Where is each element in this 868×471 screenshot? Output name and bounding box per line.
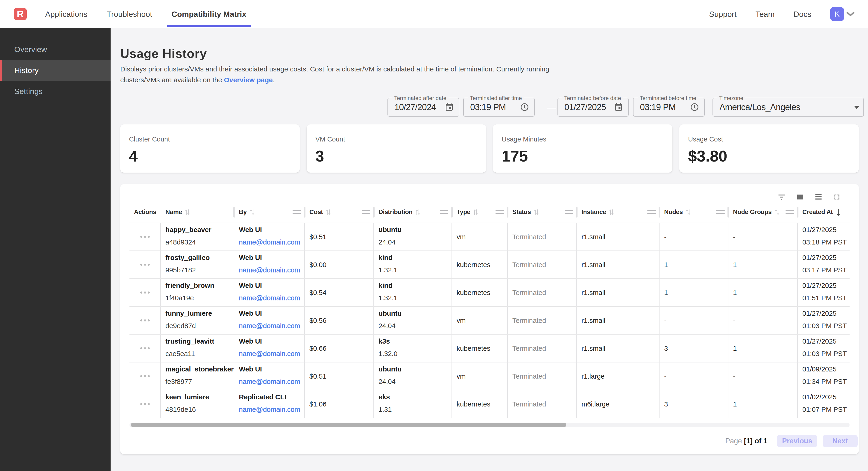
column-resize-handle[interactable] [496, 210, 504, 214]
table-row[interactable]: happy_beavera48d9324 Web UIname@domain.c… [129, 223, 849, 251]
row-menu-icon[interactable] [140, 375, 150, 377]
sort-icon[interactable] [326, 208, 331, 216]
column-resize-handle[interactable] [565, 210, 573, 214]
column-separator[interactable] [659, 207, 660, 217]
cell-distribution: eks1.31 [374, 390, 452, 418]
row-menu-icon[interactable] [140, 292, 150, 294]
column-header-nodes[interactable]: Nodes [659, 202, 728, 223]
column-header-name[interactable]: Name [161, 202, 234, 223]
column-separator[interactable] [304, 207, 306, 217]
overview-page-link[interactable]: Overview page [224, 76, 273, 84]
cluster-name: magical_stonebraker [165, 364, 234, 374]
column-header-by[interactable]: By [234, 202, 305, 223]
table-row[interactable]: friendly_brown1f40a19e Web UIname@domain… [129, 279, 849, 307]
column-resize-handle[interactable] [716, 210, 725, 214]
filter-timezone[interactable]: Timezone America/Los_Angeles [713, 98, 864, 117]
column-separator[interactable] [234, 207, 235, 217]
user-menu[interactable]: K [830, 7, 855, 21]
column-resize-handle[interactable] [647, 210, 656, 214]
column-header-type[interactable]: Type [452, 202, 508, 223]
calendar-icon-button[interactable] [444, 102, 454, 112]
nav-tab-troubleshoot[interactable]: Troubleshoot [102, 0, 157, 28]
row-menu-icon[interactable] [140, 236, 150, 238]
filter-terminated-before-time[interactable]: Terminated before time 03:19 PM [633, 98, 705, 117]
column-header-created-at[interactable]: Created At [798, 202, 849, 223]
column-header-instance[interactable]: Instance [577, 202, 659, 223]
sort-icon[interactable] [249, 208, 254, 216]
cell-nodes: 1 [659, 279, 728, 306]
column-separator[interactable] [797, 207, 799, 217]
column-header-cost[interactable]: Cost [305, 202, 374, 223]
scrollbar-thumb[interactable] [131, 422, 566, 427]
table-row[interactable]: frosty_galileo995b7182 Web UIname@domain… [129, 251, 849, 279]
sort-icon[interactable] [774, 208, 779, 216]
created-by-email[interactable]: name@domain.com [239, 349, 304, 358]
created-by-email[interactable]: name@domain.com [239, 237, 304, 247]
fullscreen-icon[interactable] [833, 193, 841, 201]
avatar[interactable]: K [830, 7, 844, 21]
column-separator[interactable] [451, 207, 453, 217]
column-separator[interactable] [727, 207, 729, 217]
calendar-icon-button[interactable] [614, 102, 623, 112]
filter-value[interactable]: 10/27/2024 [394, 102, 436, 112]
row-menu-icon[interactable] [140, 403, 150, 405]
columns-icon[interactable] [796, 193, 804, 201]
filter-value[interactable]: America/Los_Angeles [719, 102, 800, 112]
table-row[interactable]: magical_stonebrakerfe3f8977 Web UIname@d… [129, 362, 849, 390]
sidebar-item-settings[interactable]: Settings [0, 81, 111, 102]
sidebar-item-history[interactable]: History [0, 60, 111, 81]
table-row[interactable]: keen_lumiere4819de16 Replicated CLIname@… [129, 390, 849, 418]
created-by-email[interactable]: name@domain.com [239, 321, 304, 331]
filter-value[interactable]: 03:19 PM [640, 102, 676, 112]
clock-icon-button[interactable] [690, 102, 699, 112]
table-row[interactable]: trusting_leavittcae5ea11 Web UIname@doma… [129, 334, 849, 362]
clock-icon-button[interactable] [520, 102, 529, 112]
nav-link-docs[interactable]: Docs [794, 10, 811, 19]
sort-icon[interactable] [534, 208, 539, 216]
sort-icon[interactable] [609, 208, 614, 216]
sidebar-item-overview[interactable]: Overview [0, 39, 111, 60]
sort-desc-icon[interactable] [836, 208, 841, 216]
sort-icon[interactable] [415, 208, 421, 216]
horizontal-scrollbar[interactable] [129, 422, 849, 427]
row-menu-icon[interactable] [140, 319, 150, 321]
column-separator[interactable] [576, 207, 578, 217]
created-by-email[interactable]: name@domain.com [239, 265, 304, 275]
created-date: 01/27/2025 [802, 253, 849, 262]
row-menu-icon[interactable] [140, 347, 150, 349]
replicated-logo[interactable]: R [14, 8, 27, 20]
filter-terminated-after-time[interactable]: Terminated after time 03:19 PM [463, 98, 535, 117]
density-icon[interactable] [814, 193, 823, 201]
column-header-actions[interactable]: Actions [129, 202, 161, 223]
column-resize-handle[interactable] [440, 210, 448, 214]
next-page-button[interactable]: Next [823, 435, 858, 447]
created-by-email[interactable]: name@domain.com [239, 405, 304, 414]
row-menu-icon[interactable] [140, 264, 150, 266]
column-separator[interactable] [373, 207, 375, 217]
sort-icon[interactable] [686, 208, 691, 216]
column-header-distribution[interactable]: Distribution [374, 202, 452, 223]
column-resize-handle[interactable] [785, 210, 794, 214]
sort-icon[interactable] [185, 208, 190, 216]
column-separator[interactable] [507, 207, 508, 217]
filter-value[interactable]: 03:19 PM [470, 102, 506, 112]
sort-icon[interactable] [473, 208, 478, 216]
cell-actions [129, 334, 161, 362]
filter-value[interactable]: 01/27/2025 [564, 102, 606, 112]
filter-terminated-after-date[interactable]: Terminated after date 10/27/2024 [388, 98, 459, 117]
column-header-node-groups[interactable]: Node Groups [728, 202, 798, 223]
nav-tab-compatibility-matrix[interactable]: Compatibility Matrix [167, 0, 251, 28]
filter-icon[interactable] [777, 193, 786, 201]
filter-terminated-before-date[interactable]: Terminated before date 01/27/2025 [557, 98, 629, 117]
nav-tab-applications[interactable]: Applications [40, 0, 92, 28]
cell-actions [129, 251, 161, 278]
created-by-email[interactable]: name@domain.com [239, 293, 304, 303]
nav-link-team[interactable]: Team [755, 10, 774, 19]
previous-page-button[interactable]: Previous [777, 435, 817, 447]
column-header-status[interactable]: Status [508, 202, 577, 223]
table-row[interactable]: funny_lumierede9ed87d Web UIname@domain.… [129, 307, 849, 334]
created-by-email[interactable]: name@domain.com [239, 377, 304, 386]
nav-link-support[interactable]: Support [709, 10, 737, 19]
column-resize-handle[interactable] [362, 210, 370, 214]
column-resize-handle[interactable] [292, 210, 301, 214]
